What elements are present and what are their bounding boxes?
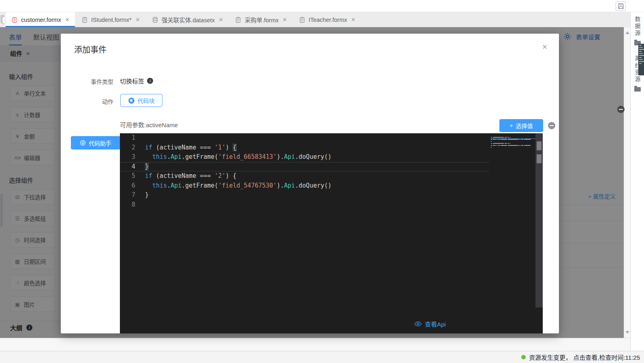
code-line[interactable]: 8 bbox=[120, 200, 489, 210]
line-number: 8 bbox=[120, 200, 145, 210]
event-type-label: 事件类型 bbox=[61, 77, 113, 85]
file-tabbar: customer.formx×IStudent.formx*×强关联实体.dat… bbox=[0, 12, 630, 27]
document-icon bbox=[235, 17, 241, 23]
tab-label: 采购单.formx bbox=[245, 15, 279, 24]
add-event-dialog: 添加事件 × 事件类型 切换标签 i 动作 代码块 可用参数:activeNam… bbox=[61, 34, 559, 333]
code-line[interactable]: 6 this.Api.getFrame('field_54767530').Ap… bbox=[120, 181, 489, 191]
view-api-link[interactable]: 查看Api bbox=[414, 320, 446, 328]
line-number: 7 bbox=[120, 190, 145, 200]
assistant-icon bbox=[80, 140, 86, 146]
main-scrollbar[interactable] bbox=[624, 27, 630, 338]
file-tab[interactable]: 采购单.formx× bbox=[229, 12, 292, 27]
status-dot-icon bbox=[521, 355, 526, 359]
code-assistant-button[interactable]: 代码助手 bbox=[71, 136, 120, 149]
code-block-radio[interactable]: 代码块 bbox=[120, 94, 162, 107]
code-text: if (activeName === '2') { bbox=[145, 171, 489, 181]
code-line[interactable]: 7} bbox=[120, 190, 489, 200]
editor-scrollbar[interactable] bbox=[535, 133, 543, 307]
document-icon bbox=[11, 17, 18, 23]
plus-icon: + bbox=[510, 122, 513, 129]
code-line[interactable]: 4} bbox=[120, 162, 489, 172]
code-text: if (activeName === '1') { bbox=[145, 143, 489, 153]
scrollbar-thumb[interactable] bbox=[537, 154, 542, 163]
rail-item-label: 数据源 bbox=[633, 16, 642, 37]
scrollbar-thumb[interactable] bbox=[537, 141, 542, 150]
bottom-strip bbox=[0, 338, 644, 351]
close-icon[interactable]: × bbox=[540, 43, 549, 51]
tab-label: IStudent.formx* bbox=[91, 17, 132, 23]
eye-icon bbox=[414, 321, 422, 327]
line-number: 5 bbox=[120, 171, 145, 181]
select-value-button[interactable]: + 选择值 bbox=[499, 119, 543, 132]
file-tab[interactable]: ITeacher.formx× bbox=[293, 12, 361, 27]
file-tab[interactable]: IStudent.formx*× bbox=[76, 12, 145, 27]
event-type-text: 切换标签 bbox=[120, 77, 144, 85]
close-icon[interactable]: × bbox=[351, 16, 355, 23]
document-icon bbox=[81, 17, 88, 23]
window-stack-icon[interactable] bbox=[0, 15, 4, 25]
code-text: } bbox=[145, 162, 489, 172]
close-icon[interactable]: × bbox=[219, 16, 223, 23]
save-button[interactable] bbox=[616, 1, 626, 11]
code-assistant-label: 代码助手 bbox=[89, 139, 111, 147]
line-number: 3 bbox=[120, 152, 145, 162]
file-tab[interactable]: 强关联实体.datasetx× bbox=[146, 12, 228, 27]
code-text bbox=[145, 200, 489, 210]
close-icon[interactable]: × bbox=[65, 16, 69, 23]
view-api-label: 查看Api bbox=[425, 320, 446, 328]
database-icon bbox=[152, 17, 158, 23]
code-line[interactable]: 5if (activeName === '2') { bbox=[120, 171, 489, 181]
database-icon bbox=[152, 17, 158, 23]
document-icon bbox=[299, 17, 305, 23]
minimap-viewport-line bbox=[491, 139, 535, 139]
action-label: 动作 bbox=[61, 97, 113, 105]
line-number: 6 bbox=[120, 181, 145, 191]
file-tabs: customer.formx×IStudent.formx*×强关联实体.dat… bbox=[6, 12, 362, 27]
radio-label: 代码块 bbox=[138, 96, 155, 105]
code-line[interactable]: 1 bbox=[120, 133, 489, 143]
code-line[interactable]: 3 this.Api.getFrame('field_66583413').Ap… bbox=[120, 152, 489, 162]
tab-label: 强关联实体.datasetx bbox=[162, 15, 215, 24]
collapse-panel-button[interactable] bbox=[617, 106, 625, 113]
document-icon bbox=[81, 17, 88, 23]
select-value-label: 选择值 bbox=[516, 122, 533, 130]
document-icon bbox=[299, 17, 305, 23]
tab-label: customer.formx bbox=[21, 17, 61, 23]
scroll-up-icon[interactable] bbox=[625, 31, 629, 34]
scroll-down-icon[interactable] bbox=[625, 331, 629, 334]
line-number: 1 bbox=[120, 133, 145, 143]
save-icon bbox=[617, 2, 625, 10]
remove-row-button[interactable] bbox=[548, 122, 555, 129]
radio-selected-icon bbox=[128, 98, 134, 104]
code-line[interactable]: 2if (activeName === '1') { bbox=[120, 143, 489, 153]
file-tab[interactable]: customer.formx× bbox=[6, 12, 75, 27]
close-icon[interactable]: × bbox=[136, 16, 140, 23]
event-type-value: 切换标签 i bbox=[120, 77, 153, 85]
code-text: this.Api.getFrame('field_66583413').Api.… bbox=[145, 152, 489, 162]
floating-minimap-strip bbox=[638, 44, 644, 75]
info-icon: i bbox=[147, 78, 153, 84]
document-icon bbox=[235, 17, 241, 23]
close-icon[interactable]: × bbox=[283, 16, 287, 23]
code-text: } bbox=[145, 190, 489, 200]
document-icon bbox=[11, 17, 18, 23]
folder-icon bbox=[634, 87, 641, 92]
app-screen: customer.formx×IStudent.formx*×强关联实体.dat… bbox=[0, 0, 644, 363]
available-params-hint: 可用参数:activeName bbox=[120, 120, 178, 129]
line-number: 2 bbox=[120, 143, 145, 153]
editor-minimap[interactable] bbox=[491, 135, 535, 151]
code-editor[interactable]: 12if (activeName === '1') {3 this.Api.ge… bbox=[120, 133, 543, 333]
dialog-title: 添加事件 bbox=[74, 43, 107, 55]
titlebar bbox=[0, 0, 644, 12]
code-text: this.Api.getFrame('field_54767530').Api.… bbox=[145, 181, 489, 191]
code-text bbox=[145, 133, 489, 143]
status-message[interactable]: 资源发生变更， 点击查看,检查时间:11:25 bbox=[529, 353, 640, 361]
line-number: 4 bbox=[120, 162, 145, 172]
tab-label: ITeacher.formx bbox=[309, 17, 347, 23]
statusbar: 资源发生变更， 点击查看,检查时间:11:25 bbox=[0, 351, 644, 363]
